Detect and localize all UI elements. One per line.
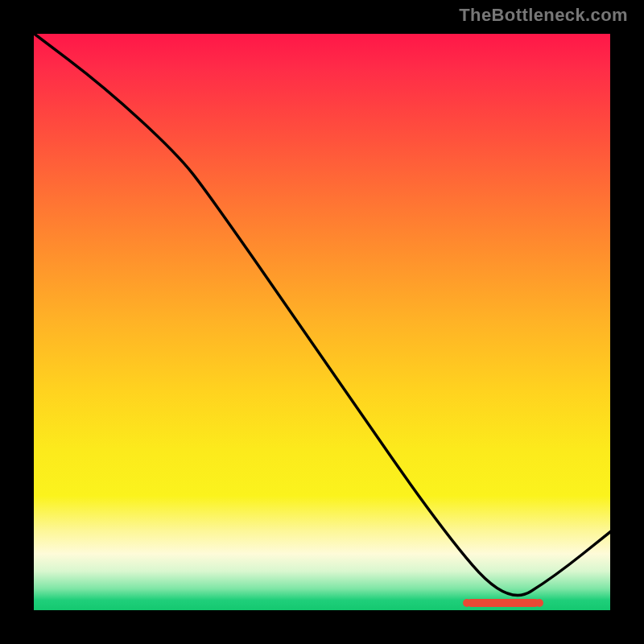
chart-stage: TheBottleneck.com xyxy=(0,0,644,644)
curve-svg xyxy=(32,32,612,612)
optimal-range-marker xyxy=(467,599,539,607)
bottleneck-curve-line xyxy=(32,32,612,596)
plot-area xyxy=(32,32,612,612)
watermark-text: TheBottleneck.com xyxy=(459,5,628,26)
